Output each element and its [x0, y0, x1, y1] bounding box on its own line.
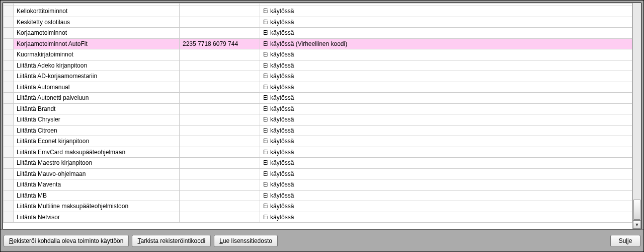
cell-status: Ei käytössä: [260, 136, 632, 147]
table-row[interactable]: Liitäntä Adeko kirjanpitoonEi käytössä: [4, 60, 632, 71]
cell-status: Ei käytössä: [260, 179, 632, 191]
check-code-button[interactable]: Tarkista rekisteröintikoodi: [132, 235, 211, 247]
cell-status: Ei käytössä: [260, 82, 632, 93]
close-post: je: [627, 237, 632, 244]
cell-status: Ei käytössä: [260, 93, 632, 104]
row-handle[interactable]: [4, 190, 14, 201]
table-row[interactable]: Korjaamotoiminnot AutoFit2235 7718 6079 …: [4, 38, 632, 49]
cell-status: Ei käytössä: [260, 190, 632, 201]
cell-code: [180, 190, 260, 201]
table-row[interactable]: Liitäntä AutomanualEi käytössä: [4, 82, 632, 93]
row-handle[interactable]: [4, 60, 14, 71]
cell-status: Ei käytössä (Virheellinen koodi): [260, 38, 632, 49]
table-row[interactable]: KorjaamotoiminnotEi käytössä: [4, 28, 632, 39]
table-row[interactable]: Liitäntä ChryslerEi käytössä: [4, 114, 632, 125]
cell-code: [180, 103, 260, 114]
table-container: KellokorttitoiminnotEi käytössäKeskitett…: [3, 3, 641, 229]
table-row[interactable]: Liitäntä Autonetti palveluunEi käytössä: [4, 93, 632, 104]
table-row[interactable]: KellokorttitoiminnotEi käytössä: [4, 6, 632, 17]
cell-code: [180, 49, 260, 60]
cell-code: [180, 147, 260, 158]
cell-status: Ei käytössä: [260, 49, 632, 60]
cell-name: Liitäntä Autonetti palveluun: [14, 93, 180, 104]
table-row[interactable]: Liitäntä Mauvo-ohjelmaanEi käytössä: [4, 168, 632, 179]
table-row[interactable]: Keskitetty ostotilausEi käytössä: [4, 17, 632, 28]
button-bar: Rekisteröi kohdalla oleva toiminto käytt…: [1, 229, 643, 251]
table-row[interactable]: KuormakirjatoiminnotEi käytössä: [4, 49, 632, 60]
row-handle[interactable]: [4, 147, 14, 158]
table-row[interactable]: Liitäntä EmvCard maksupääteohjelmaanEi k…: [4, 147, 632, 158]
cell-name: Liitäntä Chrysler: [14, 114, 180, 125]
row-handle[interactable]: [4, 168, 14, 179]
license-table: KellokorttitoiminnotEi käytössäKeskitett…: [3, 3, 632, 223]
row-handle[interactable]: [4, 28, 14, 39]
row-handle[interactable]: [4, 93, 14, 104]
scroll-track[interactable]: [633, 3, 641, 199]
row-handle[interactable]: [4, 71, 14, 82]
cell-code: [180, 93, 260, 104]
row-handle[interactable]: [4, 201, 14, 212]
scroll-down-button[interactable]: ▼: [633, 220, 641, 229]
cell-code: [180, 136, 260, 147]
close-button[interactable]: Sulje: [610, 235, 640, 247]
table-row[interactable]: Liitäntä CitroenEi käytössä: [4, 125, 632, 136]
read-button-ul: L: [219, 237, 223, 244]
cell-name: Liitäntä Citroen: [14, 125, 180, 136]
table-row[interactable]: Liitäntä BrandtEi käytössä: [4, 103, 632, 114]
row-handle[interactable]: [4, 179, 14, 191]
row-handle[interactable]: [4, 158, 14, 169]
table-row[interactable]: Liitäntä AD-korjaamomestariinEi käytössä: [4, 71, 632, 82]
cell-code: [180, 201, 260, 212]
cell-status: Ei käytössä: [260, 17, 632, 28]
table-row[interactable]: Liitäntä Maestro kirjanpitoonEi käytössä: [4, 158, 632, 169]
cell-name: Liitäntä EmvCard maksupääteohjelmaan: [14, 147, 180, 158]
cell-status: Ei käytössä: [260, 125, 632, 136]
check-button-rest: arkista rekisteröintikoodi: [140, 237, 205, 244]
cell-status: Ei käytössä: [260, 158, 632, 169]
cell-code: [180, 6, 260, 17]
read-license-file-button[interactable]: Lue lisenssitiedosto: [214, 235, 278, 247]
cell-code: 2235 7718 6079 744: [180, 38, 260, 49]
table-row[interactable]: Liitäntä Econet kirjanpitoonEi käytössä: [4, 136, 632, 147]
cell-code: [180, 158, 260, 169]
cell-name: Liitäntä AD-korjaamomestariin: [14, 71, 180, 82]
row-handle[interactable]: [4, 114, 14, 125]
cell-code: [180, 60, 260, 71]
cell-name: Korjaamotoiminnot AutoFit: [14, 38, 180, 49]
cell-name: Liitäntä Mauvo-ohjelmaan: [14, 168, 180, 179]
cell-code: [180, 212, 260, 223]
table-row[interactable]: Liitäntä Multiline maksupääteohjelmistoo…: [4, 201, 632, 212]
register-button-ul: R: [9, 237, 14, 244]
table-row[interactable]: Liitäntä NetvisorEi käytössä: [4, 212, 632, 223]
table-row[interactable]: Liitäntä MaventaEi käytössä: [4, 179, 632, 191]
cell-code: [180, 179, 260, 191]
cell-name: Liitäntä Multiline maksupääteohjelmistoo…: [14, 201, 180, 212]
cell-name: Liitäntä MB: [14, 190, 180, 201]
row-handle[interactable]: [4, 125, 14, 136]
cell-status: Ei käytössä: [260, 212, 632, 223]
cell-status: Ei käytössä: [260, 71, 632, 82]
table-row[interactable]: Liitäntä MBEi käytössä: [4, 190, 632, 201]
row-handle[interactable]: [4, 6, 14, 17]
row-handle[interactable]: [4, 103, 14, 114]
read-button-rest: ue lisenssitiedosto: [223, 237, 272, 244]
vertical-scrollbar[interactable]: ▼: [632, 3, 641, 229]
register-button[interactable]: Rekisteröi kohdalla oleva toiminto käytt…: [4, 235, 129, 247]
scroll-thumb[interactable]: [633, 200, 640, 220]
cell-status: Ei käytössä: [260, 6, 632, 17]
row-handle[interactable]: [4, 212, 14, 223]
license-window: KellokorttitoiminnotEi käytössäKeskitett…: [0, 0, 644, 252]
cell-name: Liitäntä Netvisor: [14, 212, 180, 223]
cell-name: Liitäntä Econet kirjanpitoon: [14, 136, 180, 147]
cell-code: [180, 28, 260, 39]
row-handle[interactable]: [4, 49, 14, 60]
table-scroll-area[interactable]: KellokorttitoiminnotEi käytössäKeskitett…: [3, 3, 632, 229]
cell-status: Ei käytössä: [260, 147, 632, 158]
row-handle[interactable]: [4, 136, 14, 147]
cell-name: Liitäntä Maventa: [14, 179, 180, 191]
row-handle[interactable]: [4, 17, 14, 28]
row-handle[interactable]: [4, 38, 14, 49]
row-handle[interactable]: [4, 82, 14, 93]
cell-status: Ei käytössä: [260, 168, 632, 179]
cell-name: Liitäntä Maestro kirjanpitoon: [14, 158, 180, 169]
